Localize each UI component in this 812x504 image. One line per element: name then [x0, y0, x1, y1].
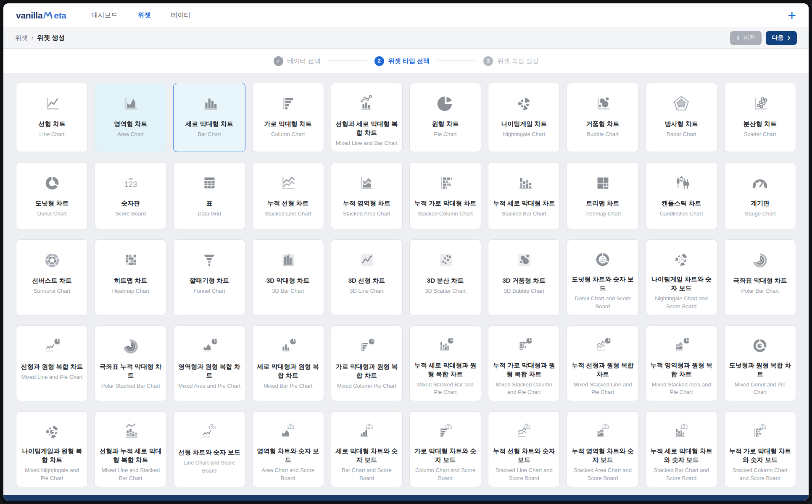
card-title-ko: 누적 선형 차트	[267, 199, 308, 207]
card-title-ko: 선형 차트와 숫자 보드	[178, 448, 240, 457]
svg-text:123: 123	[759, 425, 767, 430]
prev-button[interactable]: ❮ 이전	[730, 31, 761, 45]
chart-card-mixed-line-bar-chart[interactable]: 선형과 세로 막대형 복합 차트Mixed Line and Bar Chart	[331, 83, 403, 152]
chart-card-stacked-area-pie-chart[interactable]: 누적 영역형과 원형 복합 차트Mixed Stacked Area and P…	[646, 326, 717, 402]
card-title-en: Candlestick Chart	[659, 210, 704, 218]
card-title-en: Mixed Nightingale and Pie Chart	[20, 467, 84, 483]
card-title-en: Mixed Stacked Line and Pie Chart	[570, 381, 635, 397]
card-title-en: Stacked Area Chart	[342, 210, 391, 218]
chart-card-stacked-column-chart[interactable]: 누적 가로 막대형 차트Stacked Column Chart	[409, 162, 481, 229]
chart-card-pie-chart[interactable]: 원형 차트Pie Chart	[409, 83, 481, 152]
card-title-ko: 가로 막대형 차트	[264, 119, 312, 128]
card-title-en: Column Chart and Score Board	[413, 467, 477, 483]
chart-card-area-chart[interactable]: 영역형 차트Area Chart	[95, 83, 166, 152]
chart-card-score-board[interactable]: 123숫자판Score Board	[95, 162, 166, 229]
chart-card-polar-bar-chart[interactable]: 극좌표 막대형 차트Polar Bar Chart	[724, 239, 796, 315]
chart-card-bar-pie-chart[interactable]: 세로 막대형과 원형 복합 차트Mixed Bar Pie Chart	[252, 326, 324, 402]
chart-card-heatmap-chart[interactable]: 히트맵 차트Heatmap Chart	[95, 239, 166, 315]
chart-card-stacked-column-score-board[interactable]: 123누적 가로 막대형 차트와 숫자 보드Stacked Column Cha…	[724, 411, 796, 487]
chart-card-stacked-area-score-board[interactable]: 123누적 영역형 차트와 숫자 보드Stacked Area Chart an…	[567, 411, 638, 487]
menu-item-dashboard[interactable]: 대시보드	[92, 11, 118, 20]
card-title-en: Mixed Line and Pie Chart	[21, 373, 84, 381]
stacked-column-score-board-icon: 123	[750, 422, 770, 441]
chart-card-bubble-chart[interactable]: 거품형 차트Bubble Chart	[567, 83, 638, 152]
chart-card-bar-chart[interactable]: 세로 막대형 차트Bar Chart	[173, 83, 245, 152]
step-widget-props[interactable]: 3 위젯 속성 설정	[483, 56, 538, 66]
card-title-ko: 숫자판	[121, 199, 140, 207]
card-title-ko: 극좌표 누적 막대형 차트	[98, 362, 163, 380]
main-menu: 대시보드 위젯 데이터	[92, 11, 191, 20]
chart-card-data-grid[interactable]: 표Data Grid	[173, 162, 245, 229]
chart-card-area-score-board[interactable]: 123영역형 차트와 숫자 보드Area Chart and Score Boa…	[252, 411, 324, 487]
chart-card-stacked-bar-score-board[interactable]: 123누적 세로 막대형 차트와 숫자 보드Stacked Bar Chart …	[646, 411, 717, 487]
step-widget-type[interactable]: 2 위젯 타입 선택	[374, 56, 430, 66]
card-title-en: Stacked Area Chart and Score Board	[570, 467, 635, 483]
chart-card-line-pie-chart[interactable]: 선형과 원형 복합 차트Mixed Line and Pie Chart	[16, 326, 88, 402]
card-title-en: Mixed Area and Pie Chart	[177, 382, 241, 390]
chart-card-scatter-3d-chart[interactable]: 3D 분산 차트3D Scatter Chart	[409, 239, 481, 315]
chart-card-donut-pie-chart[interactable]: 도넛형과 원형 복합 차트Mixed Donut and Pie Chart	[724, 326, 796, 402]
chart-card-gauge-chart[interactable]: 계기판Gauge Chart	[724, 162, 796, 229]
chart-card-donut-chart[interactable]: 도넛형 차트Donut Chart	[16, 162, 88, 229]
card-title-ko: 히트맵 차트	[114, 276, 147, 285]
chart-card-donut-score-board[interactable]: 123도넛형 차트와 숫자 보드Donut Chart and Score Bo…	[567, 239, 638, 315]
chart-card-stacked-line-pie-chart[interactable]: 누적 선형과 원형 복합 차트Mixed Stacked Line and Pi…	[567, 326, 638, 402]
chart-card-bar-score-board[interactable]: 123세로 막대형 차트와 숫자 보드Bar Chart and Score B…	[331, 411, 403, 487]
card-title-en: Donut Chart	[37, 210, 68, 218]
chart-card-funnel-chart[interactable]: 깔때기형 차트Funnel Chart	[173, 239, 245, 315]
chart-card-polar-stacked-bar-chart[interactable]: 극좌표 누적 막대형 차트Polar Stacked Bar Chart	[95, 326, 166, 402]
breadcrumb-bar: 위젯 / 위젯 생성 ❮ 이전 다음 ❯	[3, 27, 809, 49]
chart-card-stacked-bar-chart[interactable]: 누적 세로 막대형 차트Stacked Bar Chart	[488, 162, 560, 229]
chart-card-bar-3d-chart[interactable]: 3D 막대형 차트3D Bar Chart	[252, 239, 324, 315]
chart-card-nightingale-chart[interactable]: 나이팅게일 차트Nightingale Chart	[488, 83, 560, 152]
card-title-en: Area Chart	[116, 131, 145, 139]
chart-card-line-chart[interactable]: 선형 차트Line Chart	[16, 83, 88, 152]
chart-card-column-chart[interactable]: 가로 막대형 차트Column Chart	[252, 83, 324, 152]
card-title-ko: 가로 막대형 차트와 숫자 보드	[413, 446, 477, 464]
chart-card-line-stacked-bar-chart[interactable]: 선형과 누적 세로 막대형 복합 차트Mixed Line and Stacke…	[95, 411, 166, 487]
card-title-ko: 가로 막대형과 원형 복합 차트	[335, 362, 399, 380]
check-icon: ✓	[274, 56, 283, 66]
card-title-ko: 3D 분산 차트	[427, 276, 464, 285]
chart-card-scatter-chart[interactable]: 분산형 차트Scatter Chart	[724, 83, 796, 152]
chart-card-line-3d-chart[interactable]: 3D 선형 차트3D Line Chart	[331, 239, 403, 315]
chart-card-nightingale-score-board[interactable]: 123나이팅게일 차트와 숫자 보드Nightingale Chart and …	[646, 239, 717, 315]
chart-card-line-score-board[interactable]: 123선형 차트와 숫자 보드Line Chart and Score Boar…	[173, 411, 245, 487]
stepper: ✓ 테이터 선택 2 위젯 타입 선택 3 위젯 속성 설정	[3, 49, 809, 74]
chart-card-treemap-chart[interactable]: 트리맵 차트Treemap Chart	[567, 162, 638, 229]
step-data-select[interactable]: ✓ 테이터 선택	[274, 56, 321, 66]
chart-card-stacked-bar-pie-chart[interactable]: 누적 세로 막대형과 원형 복합 차트Mixed Stacked Bar and…	[409, 326, 481, 402]
card-title-ko: 도넛형 차트	[35, 199, 69, 207]
card-title-ko: 방사형 차트	[665, 119, 698, 128]
card-title-ko: 누적 가로 막대형 차트와 숫자 보드	[728, 446, 792, 464]
chart-card-stacked-line-score-board[interactable]: 123누적 선형 차트와 숫자 보드Stacked Line Chart and…	[488, 411, 560, 487]
footer-bar	[3, 495, 809, 501]
breadcrumb-parent[interactable]: 위젯	[15, 34, 28, 42]
brand-logo[interactable]: vanilla eta	[16, 10, 66, 21]
menu-item-widget[interactable]: 위젯	[138, 11, 151, 20]
add-button[interactable]: +	[788, 9, 796, 22]
score-board-icon: 123	[121, 173, 140, 194]
chart-card-stacked-line-chart[interactable]: 누적 선형 차트Stacked Line Chart	[252, 162, 324, 229]
chart-card-bubble-3d-chart[interactable]: 3D 거품형 차트3D Bubble Chart	[488, 239, 560, 315]
chart-card-column-score-board[interactable]: 123가로 막대형 차트와 숫자 보드Column Chart and Scor…	[409, 411, 481, 487]
chart-card-column-pie-chart[interactable]: 가로 막대형과 원형 복합 차트Mixed Column Pie Chart	[331, 326, 403, 402]
chart-card-sunburst-chart[interactable]: 선버스트 차트Sunnurst Chart	[16, 239, 88, 315]
chart-card-candlestick-chart[interactable]: 캔들스틱 차트Candlestick Chart	[646, 162, 717, 229]
card-title-en: Heatmap Chart	[111, 287, 150, 295]
brand-m-icon	[43, 11, 53, 20]
menu-item-data[interactable]: 데이터	[171, 11, 191, 20]
chart-card-area-pie-chart[interactable]: 영역형과 원형 복합 차트Mixed Area and Pie Chart	[173, 326, 245, 402]
card-title-en: 3D Bubble Chart	[503, 287, 545, 295]
card-title-en: Sunnurst Chart	[33, 287, 71, 295]
svg-text:123: 123	[600, 259, 606, 263]
chart-card-radar-chart[interactable]: 방사형 차트Radar Chart	[646, 83, 717, 152]
chart-card-stacked-column-pie-chart[interactable]: 누적 가로 막대형과 원형 복합 차트Mixed Stacked Column …	[488, 326, 560, 402]
next-button[interactable]: 다음 ❯	[766, 31, 797, 45]
card-title-ko: 세로 막대형과 원형 복합 차트	[256, 362, 320, 380]
chart-card-nightingale-pie-chart[interactable]: 나이팅게일과 원형 복합 차트Mixed Nightingale and Pie…	[16, 411, 88, 487]
card-title-en: Funnel Chart	[192, 287, 226, 295]
card-title-ko: 나이팅게일 차트와 숫자 보드	[649, 275, 714, 292]
stacked-line-pie-chart-icon	[593, 336, 612, 356]
chart-card-stacked-area-chart[interactable]: 누적 영역형 차트Stacked Area Chart	[331, 162, 403, 229]
